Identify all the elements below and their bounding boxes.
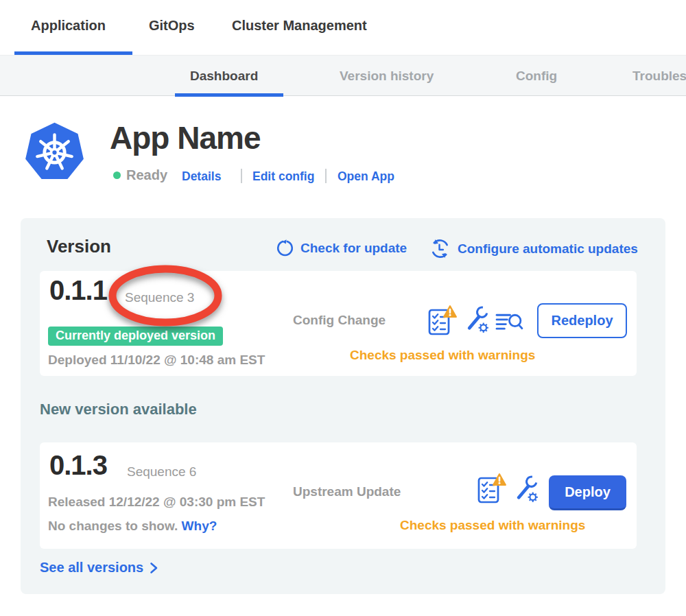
- deployed-timestamp: Deployed 11/10/22 @ 10:48 am EST: [48, 353, 265, 368]
- sub-nav: Dashboard Version history Config Trouble…: [0, 55, 686, 96]
- version-card: Version Check for update Configure autom…: [21, 218, 665, 594]
- new-version-available-heading: New version available: [40, 401, 197, 418]
- config-wrench-icon[interactable]: [514, 475, 539, 504]
- no-changes-text: No changes to show.: [48, 519, 178, 533]
- tab-gitops[interactable]: GitOps: [149, 18, 195, 34]
- released-timestamp: Released 12/12/22 @ 03:30 pm EST: [48, 495, 265, 510]
- current-sequence-label: Sequence 3: [125, 290, 194, 305]
- version-heading: Version: [47, 236, 111, 257]
- divider: [241, 169, 242, 183]
- version-source-label: Config Change: [293, 313, 386, 328]
- kubernetes-logo-icon: [24, 121, 85, 182]
- chevron-right-icon: [150, 562, 158, 574]
- current-version-row: 0.1.1 Sequence 3 Currently deployed vers…: [40, 271, 637, 376]
- why-link[interactable]: Why?: [182, 519, 217, 533]
- top-nav: Application GitOps Cluster Management: [0, 0, 686, 55]
- available-version-row: 0.1.3 Sequence 6 Released 12/12/22 @ 03:…: [40, 442, 637, 549]
- see-all-versions-link[interactable]: See all versions: [40, 560, 158, 576]
- edit-config-link[interactable]: Edit config: [252, 169, 314, 184]
- available-sequence-label: Sequence 6: [127, 464, 196, 479]
- configure-automatic-updates-label: Configure automatic updates: [458, 241, 638, 257]
- tab-troubleshoot[interactable]: Troubleshoot: [632, 69, 686, 84]
- available-version-number: 0.1.3: [49, 450, 107, 481]
- check-for-update-button[interactable]: Check for update: [276, 239, 407, 257]
- tab-application[interactable]: Application: [31, 18, 106, 34]
- redeploy-button[interactable]: Redeploy: [537, 303, 627, 338]
- config-wrench-icon[interactable]: [464, 306, 490, 334]
- checks-status-label: Checks passed with warnings: [400, 518, 585, 533]
- currently-deployed-badge: Currently deployed version: [48, 327, 223, 346]
- page-title: App Name: [110, 119, 260, 156]
- tab-dashboard[interactable]: Dashboard: [190, 69, 258, 84]
- auto-update-clock-icon: [429, 237, 451, 260]
- checks-status-label: Checks passed with warnings: [350, 348, 535, 363]
- tab-cluster-management[interactable]: Cluster Management: [232, 18, 367, 34]
- diff-view-icon[interactable]: [495, 312, 523, 332]
- tab-config[interactable]: Config: [516, 69, 557, 84]
- open-app-link[interactable]: Open App: [338, 169, 394, 184]
- current-version-number: 0.1.1: [49, 275, 107, 306]
- active-subtab-underline: [175, 93, 283, 97]
- divider: [325, 169, 327, 183]
- check-for-update-label: Check for update: [300, 241, 407, 256]
- no-changes-note: No changes to show. Why?: [48, 519, 217, 534]
- version-source-label: Upstream Update: [293, 484, 401, 499]
- status-dot: [113, 171, 121, 179]
- deploy-button[interactable]: Deploy: [549, 475, 626, 510]
- admin-console-page: Application GitOps Cluster Management Da…: [0, 0, 686, 616]
- details-link[interactable]: Details: [182, 169, 221, 184]
- see-all-versions-label: See all versions: [40, 560, 143, 576]
- configure-automatic-updates-button[interactable]: Configure automatic updates: [429, 237, 638, 260]
- preflight-checks-warning-icon[interactable]: [427, 304, 458, 337]
- tab-version-history[interactable]: Version history: [340, 69, 434, 84]
- refresh-icon: [276, 239, 294, 257]
- preflight-checks-warning-icon[interactable]: [477, 472, 507, 505]
- status-badge: Ready: [126, 167, 167, 183]
